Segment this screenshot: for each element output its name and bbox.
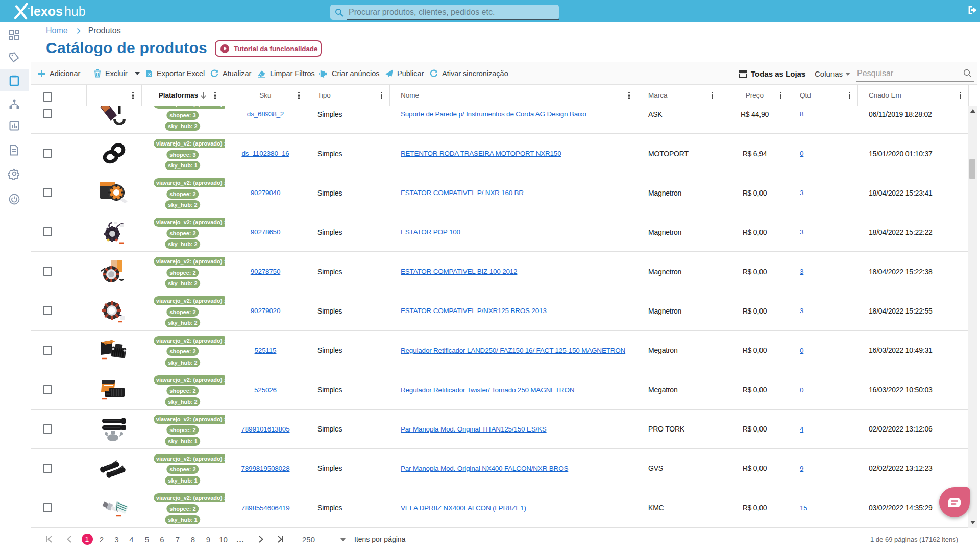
svg-text:x: x [148,71,151,77]
